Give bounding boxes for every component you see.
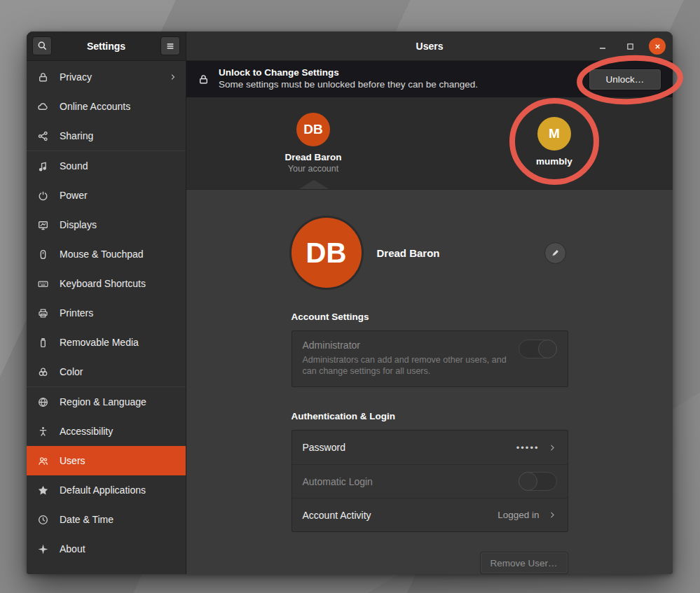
password-row[interactable]: Password •••••: [292, 431, 568, 464]
sidebar-item-label: Online Accounts: [60, 101, 177, 112]
printer-icon: [37, 307, 49, 319]
sidebar-item-keyboard-shortcuts[interactable]: Keyboard Shortcuts: [27, 269, 186, 298]
sidebar-item-online-accounts[interactable]: Online Accounts: [27, 92, 186, 121]
sidebar-item-sound[interactable]: Sound: [27, 151, 186, 181]
sidebar-item-users[interactable]: Users: [27, 446, 186, 475]
share-icon: [37, 130, 49, 142]
sidebar-item-accessibility[interactable]: Accessibility: [27, 417, 186, 446]
usb-drive-icon: [37, 337, 49, 349]
window-controls: [594, 32, 666, 61]
sidebar-item-region-language[interactable]: Region & Language: [27, 387, 186, 417]
sidebar-item-label: Accessibility: [60, 426, 177, 437]
automatic-login-toggle[interactable]: [519, 472, 557, 491]
sidebar-item-default-applications[interactable]: Default Applications: [27, 475, 186, 505]
administrator-row: Administrator Administrators can add and…: [292, 331, 568, 386]
actions-row: Remove User…: [291, 552, 568, 574]
sidebar-item-label: Sound: [60, 160, 177, 172]
avatar: DB: [296, 113, 330, 146]
selected-user-pointer: [299, 180, 329, 189]
account-activity-value: Logged in: [497, 510, 539, 520]
star-icon: [37, 484, 49, 496]
search-icon: [37, 41, 48, 51]
chevron-right-icon: [548, 510, 557, 519]
administrator-text: Administrator Administrators can add and…: [303, 340, 519, 377]
sidebar-item-label: Displays: [60, 219, 177, 230]
sidebar-item-label: Printers: [60, 307, 177, 319]
carousel-user-subtitle: Your account: [257, 164, 369, 174]
sidebar-item-about[interactable]: About: [27, 534, 186, 564]
hamburger-menu-icon: [165, 41, 175, 51]
administrator-label: Administrator: [303, 340, 519, 351]
sidebar-item-label: Power: [60, 190, 177, 201]
sidebar: Settings Privacy Online Accounts Sharing: [27, 32, 186, 574]
users-icon: [37, 455, 49, 467]
sidebar-list: Privacy Online Accounts Sharing Sound Po…: [27, 61, 186, 574]
chevron-right-icon: [169, 73, 177, 81]
administrator-description: Administrators can add and remove other …: [303, 355, 513, 377]
sidebar-item-displays[interactable]: Displays: [27, 210, 186, 239]
sidebar-item-privacy[interactable]: Privacy: [27, 62, 186, 92]
sidebar-item-date-time[interactable]: Date & Time: [27, 505, 186, 534]
section-heading-authentication-login: Authentication & Login: [291, 411, 568, 421]
sidebar-item-power[interactable]: Power: [27, 181, 186, 210]
password-dots: •••••: [516, 442, 540, 453]
sidebar-item-label: Default Applications: [60, 484, 177, 496]
cloud-icon: [37, 101, 49, 113]
edit-name-button[interactable]: [544, 242, 566, 264]
user-carousel: DB Dread Baron Your account M mumbly: [186, 97, 673, 190]
profile-row: DB Dread Baron: [291, 218, 568, 288]
color-circles-icon: [37, 366, 49, 378]
power-icon: [37, 190, 49, 202]
main-pane: Users Unlock to Change Settings Some set…: [186, 32, 673, 574]
sidebar-item-label: Privacy: [60, 71, 158, 83]
automatic-login-label: Automatic Login: [303, 476, 519, 487]
avatar: M: [537, 117, 571, 151]
menu-button[interactable]: [160, 36, 180, 55]
sidebar-item-color[interactable]: Color: [27, 357, 186, 386]
chevron-right-icon: [548, 443, 557, 452]
toggle-knob: [538, 340, 557, 358]
unlock-banner-text: Unlock to Change Settings Some settings …: [219, 67, 589, 91]
music-note-icon: [37, 160, 49, 172]
search-button[interactable]: [32, 36, 52, 55]
carousel-user-name: mumbly: [498, 156, 610, 167]
avatar-initials: M: [549, 126, 560, 141]
password-label: Password: [303, 442, 516, 453]
unlock-button[interactable]: Unlock…: [589, 69, 661, 90]
sidebar-item-label: Color: [60, 366, 177, 377]
pencil-icon: [551, 249, 560, 258]
remove-user-button[interactable]: Remove User…: [480, 552, 568, 574]
unlock-banner-subtitle: Some settings must be unlocked before th…: [219, 79, 589, 91]
sidebar-item-sharing[interactable]: Sharing: [27, 121, 186, 151]
maximize-button[interactable]: [622, 38, 638, 55]
minimize-button[interactable]: [594, 38, 611, 55]
carousel-user-name: Dread Baron: [257, 152, 369, 162]
sidebar-title: Settings: [52, 41, 160, 52]
sidebar-item-removable-media[interactable]: Removable Media: [27, 328, 186, 357]
sidebar-header: Settings: [27, 32, 186, 61]
toggle-knob: [519, 472, 537, 491]
sparkle-icon: [37, 543, 49, 555]
keyboard-icon: [37, 278, 49, 290]
sidebar-item-label: Mouse & Touchpad: [60, 249, 177, 260]
profile-avatar-initials: DB: [306, 237, 347, 269]
mouse-icon: [37, 249, 49, 260]
close-button[interactable]: [649, 38, 666, 55]
sidebar-item-label: Region & Language: [60, 396, 177, 407]
profile-avatar[interactable]: DB: [291, 218, 362, 288]
account-activity-row[interactable]: Account Activity Logged in: [292, 498, 568, 531]
carousel-user-dread-baron[interactable]: DB Dread Baron Your account: [257, 113, 369, 174]
authentication-card: Password ••••• Automatic Login Account A…: [291, 430, 568, 532]
sidebar-item-mouse-touchpad[interactable]: Mouse & Touchpad: [27, 239, 186, 269]
sidebar-item-printers[interactable]: Printers: [27, 298, 186, 328]
sidebar-item-label: Users: [60, 455, 177, 466]
user-detail-panel: DB Dread Baron Account Settings Administ…: [186, 190, 673, 574]
sidebar-item-label: About: [60, 543, 177, 554]
administrator-toggle[interactable]: [519, 340, 557, 358]
carousel-user-mumbly[interactable]: M mumbly: [498, 117, 610, 167]
profile-name: Dread Baron: [377, 247, 440, 259]
page-title: Users: [416, 41, 444, 52]
unlock-banner-title: Unlock to Change Settings: [219, 67, 589, 79]
automatic-login-row: Automatic Login: [292, 464, 568, 498]
monitor-icon: [37, 219, 49, 231]
